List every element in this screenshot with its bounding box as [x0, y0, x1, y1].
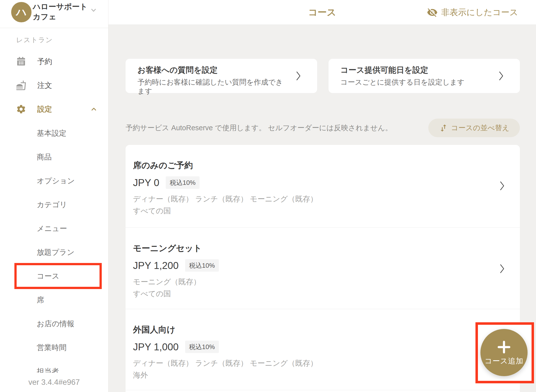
sidebar-item-label: 予約 — [37, 57, 52, 67]
hidden-courses-label: 非表示にしたコース — [441, 7, 518, 18]
course-row-seat-only[interactable]: 席のみのご予約 JPY 0 税込10% ディナー（既存） ランチ（既存） モーニ… — [126, 145, 520, 228]
card-subtitle: コースごとに提供する日を設定します — [340, 78, 493, 87]
course-price: JPY 1,000 — [133, 341, 179, 353]
sidebar-subitem-categories[interactable]: カテゴリ — [0, 193, 108, 217]
course-availability-card[interactable]: コース提供可能日を設定 コースごとに提供する日を設定します — [329, 59, 520, 93]
course-tags: ディナー（既存） ランチ（既存） モーニング（既存） — [133, 359, 490, 367]
plus-icon — [496, 339, 512, 355]
course-title: 席のみのご予約 — [133, 160, 490, 170]
sidebar-item-settings[interactable]: 設定 — [0, 97, 108, 121]
price-line: JPY 1,000 税込10% — [133, 340, 490, 354]
sidebar-subitem-basic-settings[interactable]: 基本設定 — [0, 121, 108, 145]
sidebar-subitem-courses[interactable]: コース — [0, 264, 108, 288]
note-row: 予約サービス AutoReserve で使用します。 セルフオーダーには反映され… — [126, 119, 520, 137]
sort-arrows-icon — [439, 123, 448, 133]
store-avatar: ハ — [11, 2, 32, 22]
sidebar-subitem-seats[interactable]: 席 — [0, 288, 108, 312]
card-subtitle: 予約時にお客様に確認したい質問を作成できます — [137, 78, 290, 96]
sidebar-item-orders[interactable]: 注文 — [0, 73, 108, 97]
course-region: すべての国 — [133, 290, 490, 298]
chevron-down-icon — [90, 6, 97, 14]
course-price: JPY 0 — [133, 177, 159, 188]
sidebar-item-label: 注文 — [37, 80, 52, 91]
fastfood-icon — [16, 80, 26, 91]
chevron-right-icon — [499, 180, 505, 192]
price-line: JPY 1,200 税込10% — [133, 259, 490, 272]
chevron-up-icon[interactable] — [90, 105, 98, 113]
course-tags: ディナー（既存） ランチ（既存） モーニング（既存） — [133, 195, 490, 203]
card-title: コース提供可能日を設定 — [340, 65, 493, 75]
page-content: お客様への質問を設定 予約時にお客様に確認したい質問を作成できます コース提供可… — [108, 59, 536, 392]
sidebar-settings-submenu: 基本設定 商品 オプション カテゴリ メニュー 放題プラン コース 席 お店の情… — [0, 121, 108, 383]
course-region: 海外 — [133, 371, 490, 379]
sidebar-item-reservations[interactable]: 予約 — [0, 50, 108, 73]
sidebar: ハ ハローサポートカフェ レストラン — [0, 0, 108, 392]
sidebar-section-label: レストラン — [16, 35, 53, 44]
sidebar-subitem-menus[interactable]: メニュー — [0, 217, 108, 240]
usage-note: 予約サービス AutoReserve で使用します。 セルフオーダーには反映され… — [126, 123, 392, 133]
store-switcher[interactable]: ハ ハローサポートカフェ — [0, 0, 108, 28]
calendar-icon — [16, 56, 26, 67]
chevron-right-icon — [295, 70, 302, 82]
gear-icon — [16, 104, 26, 114]
eye-off-icon — [427, 7, 438, 18]
chevron-right-icon — [499, 263, 505, 274]
course-title: 外国人向け — [133, 325, 490, 334]
sidebar-subitem-all-you-can-eat-plans[interactable]: 放題プラン — [0, 240, 108, 264]
main-area: コース 非表示にしたコース お客様への質問を設定 予約時にお客様に確認したい質問… — [108, 0, 536, 392]
chevron-right-icon — [498, 70, 504, 82]
price-line: JPY 0 税込10% — [133, 176, 490, 190]
course-row-morning-set[interactable]: モーニングセット JPY 1,200 税込10% モーニング（既存） すべての国 — [126, 228, 520, 309]
add-course-button[interactable]: コース追加 — [480, 329, 528, 376]
sort-button-label: コースの並べ替え — [451, 123, 509, 133]
sidebar-item-label: 設定 — [37, 104, 52, 114]
tax-badge: 税込10% — [185, 259, 219, 272]
store-name: ハローサポートカフェ — [33, 1, 90, 22]
course-list: 席のみのご予約 JPY 0 税込10% ディナー（既存） ランチ（既存） モーニ… — [126, 145, 520, 392]
app-version: ver 3.4.4#e967 — [0, 373, 108, 392]
setup-cards: お客様への質問を設定 予約時にお客様に確認したい質問を作成できます コース提供可… — [126, 59, 520, 93]
app-window: ハ ハローサポートカフェ レストラン — [0, 0, 536, 392]
page-header: コース 非表示にしたコース — [108, 0, 536, 25]
course-title: モーニングセット — [133, 243, 490, 253]
card-title: お客様への質問を設定 — [137, 65, 290, 75]
customer-questions-card[interactable]: お客様への質問を設定 予約時にお客様に確認したい質問を作成できます — [126, 59, 317, 93]
tax-badge: 税込10% — [185, 341, 219, 353]
course-region: すべての国 — [133, 207, 490, 215]
course-tags: モーニング（既存） — [133, 278, 490, 286]
hidden-courses-link[interactable]: 非表示にしたコース — [427, 0, 518, 25]
add-course-label: コース追加 — [485, 356, 523, 366]
tax-badge: 税込10% — [166, 176, 200, 189]
store-avatar-initial: ハ — [16, 5, 27, 19]
sidebar-subitem-store-info[interactable]: お店の情報 — [0, 312, 108, 336]
course-row-foreigners[interactable]: 外国人向け JPY 1,000 税込10% ディナー（既存） ランチ（既存） モ… — [126, 309, 520, 390]
sidebar-nav: 予約 注文 設定 — [0, 50, 108, 121]
sidebar-subitem-products[interactable]: 商品 — [0, 145, 108, 169]
sidebar-subitem-options[interactable]: オプション — [0, 169, 108, 193]
sidebar-subitem-business-hours[interactable]: 営業時間 — [0, 336, 108, 359]
course-price: JPY 1,200 — [133, 260, 179, 271]
sort-courses-button[interactable]: コースの並べ替え — [428, 119, 520, 137]
